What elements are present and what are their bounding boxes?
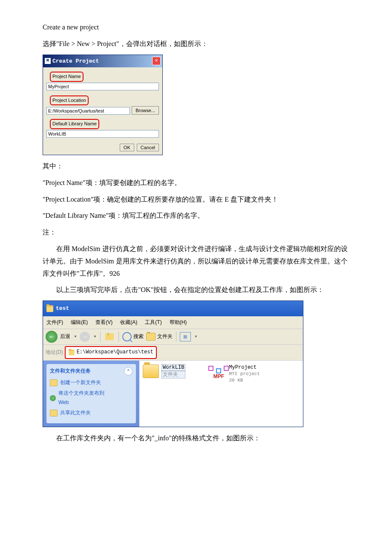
explorer-file-pane: WorkLIB 文件夹 MPF MyProject MTI project 20…	[139, 361, 303, 427]
toolbar-separator	[100, 332, 101, 342]
forward-button[interactable]: →	[80, 332, 90, 342]
explorer-sidebar: 文件和文件夹任务 ⌃ 创建一个新文件夹 将这个文件夹发布到 Web 共享此	[43, 361, 139, 427]
file-type: 文件夹	[161, 371, 185, 379]
menu-tools[interactable]: 工具(T)	[145, 318, 161, 327]
text-projname: "Project Name"项：填写要创建的工程的名字。	[43, 177, 349, 189]
address-text: E:\Workspace\Quartus\test	[77, 348, 153, 357]
folder-up-icon	[105, 333, 114, 340]
create-project-dialog: M Create Project ✕ Project Name Project …	[43, 55, 163, 155]
text-para2: 以上三项填写完毕后，点击"OK"按钮，会在指定的位置处创建工程及工作库，如图所示…	[43, 284, 349, 296]
tail-line: 在工作库文件夹内，有一个名为"_info"的特殊格式文件，如图所示：	[43, 432, 349, 445]
menu-help[interactable]: 帮助(H)	[170, 318, 187, 327]
task-share-folder[interactable]: 共享此文件夹	[50, 408, 133, 418]
view-button[interactable]: ▦	[180, 332, 191, 341]
search-button[interactable]: 搜索	[122, 332, 144, 341]
search-label: 搜索	[133, 332, 144, 341]
menu-edit[interactable]: 编辑(E)	[71, 318, 88, 327]
web-icon	[50, 395, 56, 401]
share-icon	[50, 410, 58, 416]
close-icon[interactable]: ✕	[152, 57, 161, 65]
task-new-folder[interactable]: 创建一个新文件夹	[50, 378, 133, 387]
task-label: 将这个文件夹发布到 Web	[58, 389, 104, 407]
folders-label: 文件夹	[157, 332, 173, 341]
task-label: 创建一个新文件夹	[60, 378, 101, 387]
folder-icon	[143, 364, 159, 378]
explorer-window: test 文件(F) 编辑(E) 查看(V) 收藏(A) 工具(T) 帮助(H)…	[43, 301, 303, 427]
folder-icon	[69, 350, 75, 356]
forward-dropdown-icon[interactable]: ▼	[93, 334, 97, 340]
tasks-panel-title: 文件和文件夹任务	[50, 367, 91, 376]
explorer-addressbar: 地址(D) E:\Workspace\Quartus\test	[43, 345, 303, 361]
back-button[interactable]: ←	[46, 331, 58, 343]
file-item-myproject[interactable]: MPF MyProject MTI project 20 KB	[211, 364, 260, 383]
text-qizhong: 其中：	[43, 160, 349, 173]
modelsim-icon: M	[45, 58, 51, 64]
project-name-label: Project Name	[50, 72, 84, 82]
intro-line: 选择"File > New > Project"，会弹出对话框，如图所示：	[43, 38, 349, 50]
text-para1: 在用 ModelSim 进行仿真之前，必须要对设计文件进行编译，生成与设计文件逻…	[43, 243, 349, 280]
address-label: 地址(D)	[46, 348, 63, 357]
file-name: MyProject	[229, 364, 257, 370]
menu-file[interactable]: 文件(F)	[46, 318, 63, 327]
folders-button[interactable]: 文件夹	[146, 332, 173, 341]
text-note: 注：	[43, 226, 349, 239]
explorer-toolbar: ← 后退 ▼ → ▼ 搜索 文件夹 ▦ ▼	[43, 329, 303, 345]
dialog-titlebar: M Create Project ✕	[43, 55, 162, 67]
default-library-input[interactable]	[46, 130, 159, 138]
back-dropdown-icon[interactable]: ▼	[74, 334, 77, 340]
explorer-title-text: test	[56, 304, 69, 313]
back-label: 后退	[60, 332, 70, 341]
toolbar-separator	[118, 332, 119, 342]
file-item-worklib[interactable]: WorkLIB 文件夹	[143, 364, 185, 379]
heading: Create a new project	[43, 21, 349, 34]
default-library-label: Default Library Name	[50, 119, 99, 129]
address-input[interactable]: E:\Workspace\Quartus\test	[65, 346, 157, 359]
file-type: MTI project	[229, 371, 260, 377]
search-icon	[122, 332, 132, 341]
folder-icon	[46, 305, 53, 312]
explorer-menubar: 文件(F) 编辑(E) 查看(V) 收藏(A) 工具(T) 帮助(H)	[43, 316, 303, 330]
view-dropdown-icon[interactable]: ▼	[194, 334, 198, 340]
up-button[interactable]	[104, 332, 115, 342]
file-size: 20 KB	[229, 377, 260, 383]
explorer-titlebar: test	[43, 301, 303, 316]
collapse-icon[interactable]: ⌃	[124, 367, 133, 376]
text-projloc: "Project Location"项：确定创建的工程所要存放的位置。请在 E …	[43, 194, 349, 206]
mpf-icon: MPF	[211, 366, 226, 381]
project-location-input[interactable]	[46, 107, 130, 115]
menu-view[interactable]: 查看(V)	[95, 318, 112, 327]
task-publish-web[interactable]: 将这个文件夹发布到 Web	[50, 389, 133, 407]
tasks-panel: 文件和文件夹任务 ⌃ 创建一个新文件夹 将这个文件夹发布到 Web 共享此	[46, 364, 136, 423]
toolbar-separator	[176, 332, 176, 342]
text-deflib: "Default Library Name"项：填写工程的工作库的名字。	[43, 210, 349, 222]
folder-icon	[146, 333, 156, 341]
dialog-title-text: Create Project	[52, 56, 99, 66]
cancel-button[interactable]: Cancel	[137, 144, 159, 151]
project-name-input[interactable]	[46, 83, 159, 90]
menu-favorites[interactable]: 收藏(A)	[120, 318, 137, 327]
project-location-label: Project Location	[50, 95, 89, 106]
file-name: WorkLIB	[161, 364, 185, 371]
task-label: 共享此文件夹	[60, 408, 91, 418]
ok-button[interactable]: OK	[120, 144, 134, 151]
browse-button[interactable]: Browse...	[132, 106, 159, 115]
new-folder-icon	[50, 379, 58, 386]
